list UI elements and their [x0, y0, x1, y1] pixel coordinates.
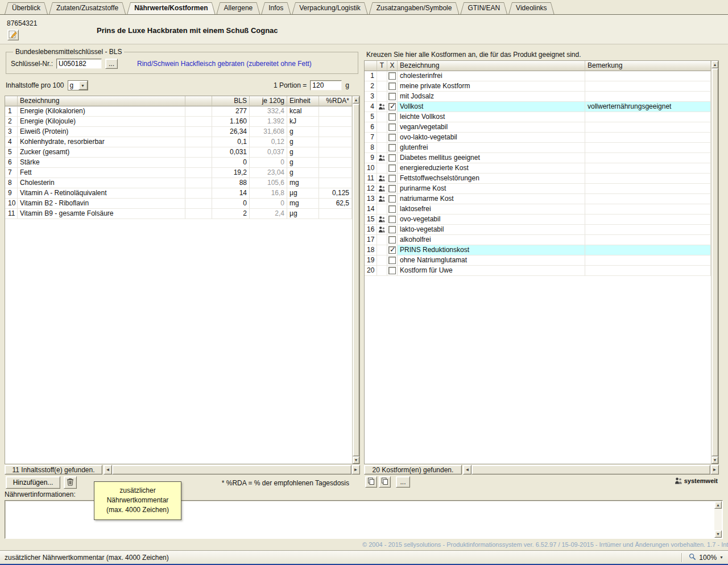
copy-button-1[interactable]: [365, 476, 377, 488]
nutrient-row[interactable]: 9 Vitamin A - Retinoläquivalent 14 16,8 …: [5, 188, 352, 199]
nutrient-row[interactable]: 6 Stärke 0 0 g: [5, 158, 352, 168]
tab-zusatzangaben-symbole[interactable]: Zusatzangaben/Symbole: [369, 2, 460, 14]
kostform-checkbox[interactable]: [388, 226, 396, 233]
kostform-row[interactable]: 11 Fettstoffwechselstörungen: [365, 174, 711, 184]
kostform-checkbox[interactable]: [388, 205, 396, 213]
kostform-checkbox[interactable]: [388, 185, 396, 192]
scroll-down-icon[interactable]: ▼: [353, 456, 359, 464]
kostform-checkbox[interactable]: [388, 83, 396, 90]
kostform-row[interactable]: 10 energiereduzierte Kost: [365, 163, 711, 174]
kostform-row[interactable]: 5 leichte Vollkost: [365, 112, 711, 122]
nutrient-row[interactable]: 1 Energie (Kilokalorien) 277 332,4 kcal: [5, 106, 352, 117]
kostform-row[interactable]: 8 glutenfrei: [365, 143, 711, 153]
kostform-row[interactable]: 2 meine private Kostform: [365, 81, 711, 92]
scrollbar-thumb[interactable]: [471, 465, 710, 475]
kostform-row[interactable]: 20 Kostform für Uwe: [365, 266, 711, 276]
nutrient-row[interactable]: 10 Vitamin B2 - Riboflavin 0 0 mg 62,5: [5, 199, 352, 209]
scrollbar-thumb[interactable]: [112, 465, 351, 475]
scroll-right-icon[interactable]: ►: [351, 465, 360, 475]
kostform-checkbox[interactable]: [388, 236, 396, 244]
scroll-down-icon[interactable]: ▼: [714, 530, 722, 538]
tab-infos[interactable]: Infos: [261, 2, 291, 14]
textarea-scrollbar[interactable]: ▲ ▼: [714, 501, 722, 538]
scrollbar-thumb[interactable]: [712, 68, 718, 456]
scroll-left-icon[interactable]: ◄: [104, 465, 112, 475]
edit-button[interactable]: [7, 30, 19, 40]
kostform-checkbox[interactable]: [388, 257, 396, 264]
kostform-checkbox[interactable]: [388, 93, 396, 100]
chevron-down-icon[interactable]: ▼: [78, 81, 88, 90]
kostform-checkbox[interactable]: [388, 123, 396, 131]
checkbox-cell: [387, 204, 398, 215]
nutrient-row[interactable]: 5 Zucker (gesamt) 0,031 0,037 g: [5, 147, 352, 158]
tab-gtin-ean[interactable]: GTIN/EAN: [460, 2, 507, 14]
tab-verpackung-logistik[interactable]: Verpackung/Logistik: [292, 2, 367, 14]
nutrient-row[interactable]: 3 Eiweiß (Protein) 26,34 31,608 g: [5, 127, 352, 137]
scroll-up-icon[interactable]: ▲: [712, 61, 718, 68]
scrollbar-thumb[interactable]: [353, 104, 359, 456]
kostform-checkbox[interactable]: [388, 164, 396, 172]
nutrient-row[interactable]: 4 Kohlenhydrate, resorbierbar 0,1 0,12 g: [5, 137, 352, 147]
scroll-up-icon[interactable]: ▲: [714, 501, 722, 509]
nutrient-vertical-scrollbar[interactable]: ▲ ▼: [352, 96, 359, 464]
tab-allergene[interactable]: Allergene: [217, 2, 260, 14]
kostform-row[interactable]: 6 vegan/vegetabil: [365, 122, 711, 133]
kostform-checkbox[interactable]: [388, 134, 396, 141]
kostform-checkbox[interactable]: [388, 113, 396, 121]
kostform-row[interactable]: 17 alkoholfrei: [365, 235, 711, 245]
scroll-right-icon[interactable]: ►: [710, 465, 719, 475]
kostform-checkbox[interactable]: [388, 144, 396, 151]
kostform-checkbox[interactable]: [388, 246, 396, 254]
kostformen-more-button[interactable]: ...: [396, 476, 410, 488]
kostform-checkbox[interactable]: [388, 216, 396, 223]
kostform-row[interactable]: 3 mit Jodsalz: [365, 92, 711, 102]
kostform-row[interactable]: 18 PRINS Reduktionskost: [365, 245, 711, 255]
kostform-row[interactable]: 16 lakto-vegetabil: [365, 225, 711, 235]
kostform-checkbox[interactable]: [388, 175, 396, 182]
kostform-checkbox[interactable]: [388, 154, 396, 162]
kostform-checkbox[interactable]: [388, 103, 396, 110]
row-number: 18: [365, 245, 377, 255]
kostform-row[interactable]: 1 cholesterinfrei: [365, 71, 711, 81]
portion-input[interactable]: [310, 80, 342, 90]
kostformen-table-header: T X Bezeichnung Bemerkung: [365, 61, 711, 71]
row-number: 4: [365, 102, 377, 112]
kostform-row[interactable]: 15 ovo-vegetabil: [365, 215, 711, 225]
scroll-left-icon[interactable]: ◄: [463, 465, 471, 475]
systemwide-icon: [378, 154, 386, 162]
kostform-row[interactable]: 14 laktosefrei: [365, 204, 711, 215]
kostform-checkbox[interactable]: [388, 267, 396, 274]
tab-videolinks[interactable]: Videolinks: [508, 2, 554, 14]
nutrient-row[interactable]: 7 Fett 19,2 23,04 g: [5, 168, 352, 178]
nutrient-row[interactable]: 8 Cholesterin 88 105,6 mg: [5, 178, 352, 188]
scroll-up-icon[interactable]: ▲: [353, 96, 359, 104]
kostformen-horizontal-scrollbar[interactable]: ◄ ►: [463, 465, 719, 475]
kostform-checkbox[interactable]: [388, 195, 396, 203]
nutrient-row[interactable]: 11 Vitamin B9 - gesamte Folsäure 2 2,4 µ…: [5, 209, 352, 219]
nutrient-horizontal-scrollbar[interactable]: ◄ ►: [104, 465, 360, 475]
kostform-row[interactable]: 19 ohne Natriumglutamat: [365, 255, 711, 266]
tab--berblick[interactable]: Überblick: [5, 2, 48, 14]
bls-description-link[interactable]: Rind/Schwein Hackfleisch gebraten (zuber…: [137, 60, 312, 68]
unit-select[interactable]: g ▼: [68, 80, 88, 90]
kostform-row[interactable]: 9 Diabetes mellitus geeignet: [365, 153, 711, 163]
kostform-remark: [585, 255, 711, 266]
kostform-checkbox[interactable]: [388, 72, 396, 80]
spacer-cell: [185, 147, 212, 158]
copy-button-2[interactable]: [379, 476, 391, 488]
kostformen-vertical-scrollbar[interactable]: ▲ ▼: [711, 61, 718, 464]
nutrient-name: Energie (Kilokalorien): [18, 106, 185, 117]
kostform-row[interactable]: 12 purinarme Kost: [365, 184, 711, 194]
tab-zutaten-zusatzstoffe[interactable]: Zutaten/Zusatzstoffe: [49, 2, 126, 14]
scroll-down-icon[interactable]: ▼: [712, 456, 718, 464]
bls-browse-button[interactable]: ...: [105, 59, 118, 69]
unit-value: g: [287, 127, 319, 137]
kostform-row[interactable]: 4 Vollkost vollwerternährungsgeeignet: [365, 102, 711, 112]
kostform-row[interactable]: 7 ovo-lakto-vegetabil: [365, 133, 711, 143]
checkbox-cell: [387, 153, 398, 163]
zoom-control[interactable]: 100% ▼: [681, 553, 723, 562]
tab-n-hrwerte-kostformen[interactable]: Nährwerte/Kostformen: [127, 2, 215, 14]
nutrient-row[interactable]: 2 Energie (Kilojoule) 1.160 1.392 kJ: [5, 117, 352, 127]
bls-key-input[interactable]: [56, 59, 102, 69]
kostform-row[interactable]: 13 natriumarme Kost: [365, 194, 711, 204]
